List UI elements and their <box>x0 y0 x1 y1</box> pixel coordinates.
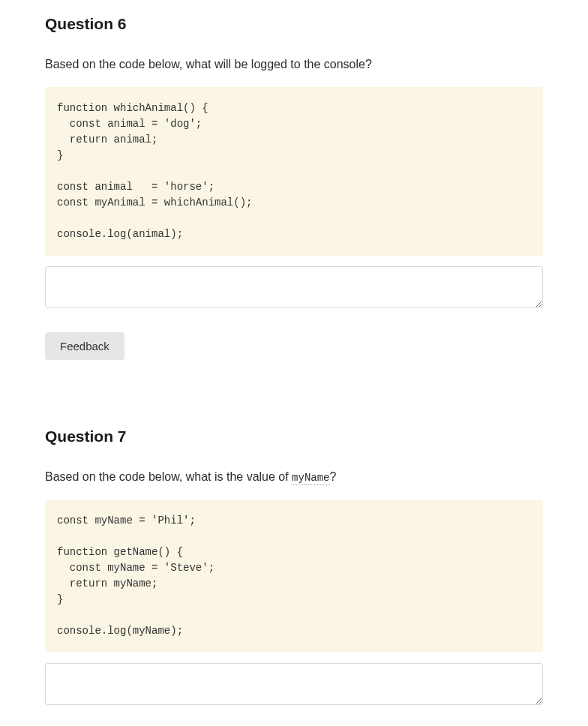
prompt-text-suffix: ? <box>330 470 337 483</box>
question-title: Question 6 <box>45 15 543 33</box>
question-block-7: Question 7 Based on the code below, what… <box>45 428 543 726</box>
question-prompt: Based on the code below, what is the val… <box>45 468 543 486</box>
prompt-text-prefix: Based on the code below, what is the val… <box>45 470 292 483</box>
questions-container: Question 6 Based on the code below, what… <box>0 15 588 726</box>
question-prompt: Based on the code below, what will be lo… <box>45 56 543 74</box>
feedback-button[interactable]: Feedback <box>45 332 124 360</box>
code-block: const myName = 'Phil'; function getName(… <box>45 500 543 652</box>
question-title: Question 7 <box>45 428 543 446</box>
answer-input[interactable] <box>45 663 543 705</box>
code-block: function whichAnimal() { const animal = … <box>45 87 543 256</box>
question-block-6: Question 6 Based on the code below, what… <box>45 15 543 360</box>
prompt-text: Based on the code below, what will be lo… <box>45 58 372 70</box>
prompt-inline-code: myName <box>292 472 329 485</box>
answer-input[interactable] <box>45 266 543 308</box>
